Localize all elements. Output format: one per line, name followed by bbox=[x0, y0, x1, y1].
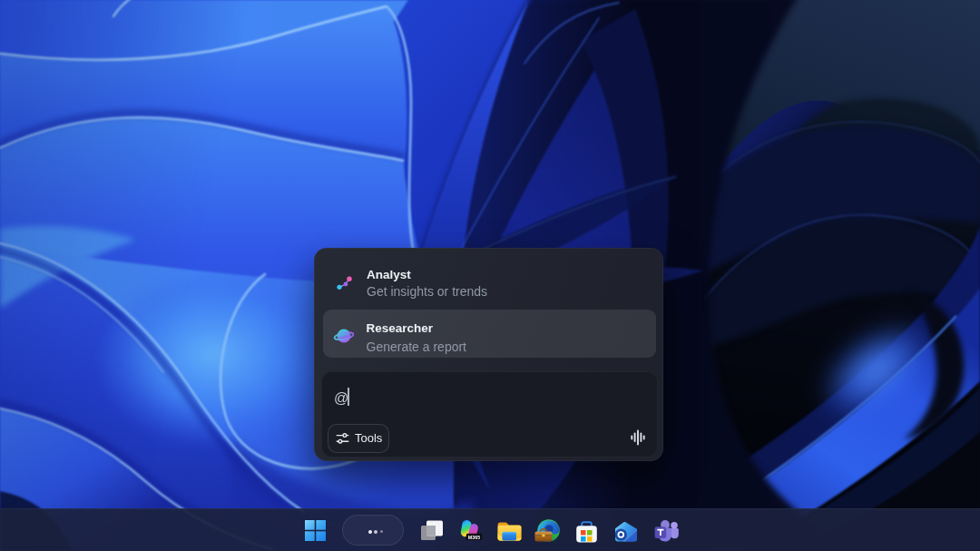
svg-text:M365: M365 bbox=[468, 535, 481, 540]
